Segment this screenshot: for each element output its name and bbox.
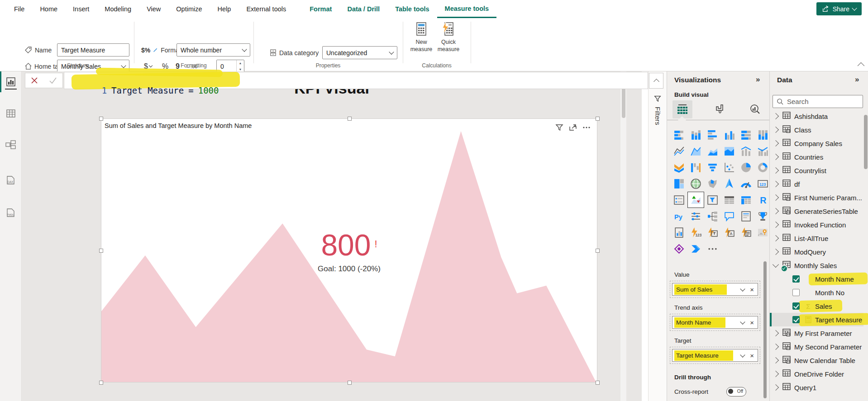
table-item-invoked-function[interactable]: Invoked Function — [770, 218, 863, 231]
remove-field-icon[interactable]: × — [750, 319, 754, 326]
visual-icon-funnel-chart[interactable] — [704, 159, 721, 175]
visual-icon-area-chart[interactable] — [687, 143, 704, 159]
visual-icon-filled-map[interactable] — [704, 175, 721, 192]
visual-icon-stacked-column-chart[interactable] — [687, 127, 704, 143]
chevron-right-icon[interactable] — [773, 167, 779, 174]
menu-item-help[interactable]: Help — [210, 0, 239, 18]
visual-icon-waterfall-chart[interactable] — [687, 159, 704, 175]
scrollbar-thumb[interactable] — [763, 261, 767, 398]
visual-icon-custom-visual[interactable] — [671, 241, 687, 257]
tmdl-view-button[interactable]: TMDL — [5, 207, 17, 221]
filters-pane-collapsed[interactable]: Filters — [648, 71, 667, 401]
table-item-countries[interactable]: Countries — [770, 150, 863, 164]
new-measure-button[interactable]: New measure — [408, 22, 434, 67]
chevron-right-icon[interactable] — [773, 127, 779, 133]
chevron-right-icon[interactable] — [773, 154, 779, 160]
chevron-right-icon[interactable] — [773, 357, 779, 363]
visual-icon-100-stacked-area-chart[interactable] — [721, 143, 738, 159]
visual-icon-azure-map[interactable] — [721, 175, 738, 192]
visual-icon-kpi[interactable] — [687, 192, 704, 208]
visual-icon-new-slicer[interactable] — [704, 224, 721, 241]
tab-format-visual[interactable] — [710, 100, 730, 118]
visual-icon-power-apps[interactable]: 123 — [687, 224, 704, 241]
visual-icon-map[interactable] — [687, 175, 704, 192]
tab-analytics[interactable] — [745, 100, 765, 118]
visual-icon-text-slicer[interactable]: A — [721, 224, 738, 241]
visual-icon-qa-visual[interactable] — [721, 208, 738, 224]
table-item-generateseriestable[interactable]: GenerateSeriesTable — [770, 204, 863, 218]
visual-icon-clustered-bar-chart[interactable] — [704, 127, 721, 143]
chevron-right-icon[interactable] — [773, 181, 779, 187]
chevron-down-icon[interactable] — [740, 352, 745, 357]
more-options-icon[interactable] — [582, 123, 591, 132]
visual-icon-metrics[interactable] — [754, 208, 771, 224]
table-view-button[interactable] — [5, 107, 17, 120]
menu-item-modeling[interactable]: Modeling — [97, 0, 139, 18]
visual-icon-line-clustered-column-chart[interactable] — [754, 143, 771, 159]
commit-formula-icon[interactable] — [49, 77, 57, 84]
collapse-pane-icon[interactable]: » — [756, 75, 760, 84]
chevron-right-icon[interactable] — [773, 249, 779, 255]
chevron-right-icon[interactable] — [773, 330, 779, 336]
visual-icon-100-stacked-column-chart[interactable] — [754, 127, 771, 143]
menu-item-home[interactable]: Home — [32, 0, 65, 18]
model-view-button[interactable] — [5, 138, 17, 152]
table-item-ashishdata[interactable]: Ashishdata — [770, 109, 863, 123]
table-item-first-numeric-param-[interactable]: First Numeric Param... — [770, 191, 863, 204]
table-item-monthly-sales[interactable]: Monthly Sales — [770, 259, 863, 272]
report-view-button[interactable] — [5, 75, 17, 90]
table-item-my-second-parameter[interactable]: My Second Parameter — [770, 340, 863, 354]
cross-report-toggle[interactable]: Off — [726, 387, 746, 396]
visual-icon-treemap[interactable] — [671, 175, 687, 192]
visual-icon-line-chart[interactable] — [671, 143, 687, 159]
checkbox-unchecked[interactable] — [792, 289, 800, 296]
measure-name-input[interactable]: Target Measure — [57, 43, 129, 57]
chevron-right-icon[interactable] — [773, 113, 779, 119]
visual-icon-list-slicer[interactable] — [738, 224, 754, 241]
resize-handle[interactable] — [348, 381, 352, 385]
table-item-company-sales[interactable]: Company Sales — [770, 137, 863, 150]
resize-handle[interactable] — [99, 381, 103, 385]
field-item-sales[interactable]: ΣSales — [770, 299, 863, 313]
chevron-right-icon[interactable] — [773, 222, 779, 228]
well-dropzone[interactable]: Sum of Sales× — [670, 281, 760, 298]
visual-icon-power-automate[interactable] — [687, 241, 704, 257]
menu-item-view[interactable]: View — [139, 0, 168, 18]
remove-field-icon[interactable]: × — [750, 352, 754, 359]
chevron-right-icon[interactable] — [773, 208, 779, 214]
checkbox-checked[interactable] — [792, 302, 800, 310]
field-pill-target-measure[interactable]: Target Measure× — [672, 349, 758, 362]
resize-handle[interactable] — [99, 117, 103, 121]
visual-icon-get-more-visuals[interactable] — [704, 241, 721, 257]
collapse-pane-icon[interactable]: » — [855, 75, 859, 84]
visual-icon-stacked-bar-chart[interactable] — [671, 127, 687, 143]
well-dropzone[interactable]: Target Measure× — [670, 347, 760, 364]
report-canvas[interactable]: KPI Visual Sum of Sales and Target Measu… — [22, 71, 642, 401]
dax-query-view-button[interactable]: DAX — [5, 175, 17, 188]
chevron-down-icon[interactable] — [740, 319, 745, 324]
visual-icon-card[interactable]: 123 — [754, 175, 771, 192]
menu-item-insert[interactable]: Insert — [65, 0, 97, 18]
table-item-modquery[interactable]: ModQuery — [770, 245, 863, 259]
visual-filter-icon[interactable] — [555, 123, 564, 132]
chevron-right-icon[interactable] — [773, 344, 779, 350]
menu-tab-data-drill[interactable]: Data / Drill — [339, 0, 387, 18]
visual-icon-slicer[interactable] — [704, 192, 721, 208]
menu-item-optimize[interactable]: Optimize — [168, 0, 210, 18]
visual-icon-paginated-report[interactable] — [671, 224, 687, 241]
resize-handle[interactable] — [596, 381, 600, 385]
resize-handle[interactable] — [596, 249, 600, 253]
table-item-onedrive-folder[interactable]: OneDrive Folder — [770, 367, 863, 381]
table-item-list-alltrue[interactable]: List-AllTrue — [770, 231, 863, 245]
visual-icon-stacked-area-chart[interactable] — [704, 143, 721, 159]
chevron-right-icon[interactable] — [773, 384, 779, 391]
visual-icon-decomposition-tree[interactable] — [704, 208, 721, 224]
visual-icon-table[interactable] — [721, 192, 738, 208]
chevron-right-icon[interactable] — [773, 194, 779, 201]
visual-icon-python-visual[interactable]: Py — [671, 208, 687, 224]
table-item-new-calendar-table[interactable]: New Calendar Table — [770, 354, 863, 367]
table-item-df[interactable]: df — [770, 177, 863, 191]
chevron-down-icon[interactable] — [740, 286, 745, 291]
visual-icon-r-script-visual[interactable]: R — [754, 192, 771, 208]
remove-field-icon[interactable]: × — [750, 286, 754, 293]
